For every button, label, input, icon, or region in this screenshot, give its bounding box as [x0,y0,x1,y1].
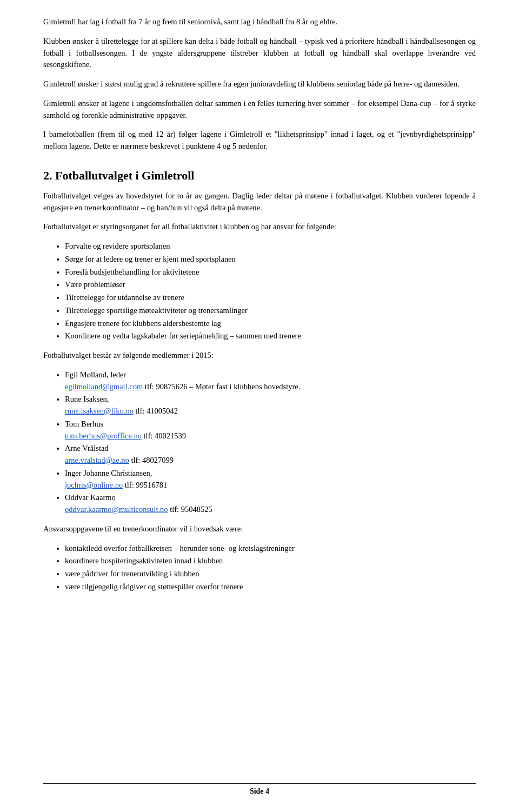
member-email[interactable]: tom.berhus@proffice.no [65,431,142,440]
member-name: Oddvar Kaarmo [65,493,116,502]
paragraph-3: Gimletroll ønsker i størst mulig grad å … [43,78,476,90]
member-email[interactable]: jochris@online.no [65,481,123,489]
list-item: Inger Johanne Christiansen,jochris@onlin… [65,468,476,491]
list-item: Sørge for at ledere og trener er kjent m… [65,254,476,265]
list-item: koordinere hospiteringsaktiviteten innad… [65,555,476,567]
page-number: Side 4 [250,787,269,796]
member-name: Rune Isaksen, [65,395,109,403]
member-phone: tlf: 90875626 – Møter fast i klubbens ho… [143,382,300,391]
list-item: Tom Berhustom.berhus@proffice.no tlf: 40… [65,418,476,442]
paragraph-1: Gimletroll har lag i fotball fra 7 år og… [43,16,476,28]
list-item: Foreslå budsjettbehandling for aktivitet… [65,267,476,278]
member-name: Arne Vrålstad [65,444,109,452]
list-item: Tilrettelegge sportslige møteaktiviteter… [65,305,476,317]
member-email[interactable]: egilmolland@gmail.com [65,382,143,391]
list-item: kontaktledd overfor fotballkretsen – her… [65,543,476,555]
member-name: Inger Johanne Christiansen, [65,469,152,477]
section2-intro2: Fotballutvalget er styringsorganet for a… [43,221,476,233]
members-intro: Fotballutvalget består av følgende medle… [43,350,476,362]
list-item: Arne Vrålstadarne.vralstad@ae.no tlf: 48… [65,443,476,467]
member-name: Tom Berhus [65,420,103,428]
section-title: Fotballutvalget i Gimletroll [55,169,194,182]
member-phone: tlf: 95048525 [168,505,212,514]
member-email[interactable]: oddvar.kaarmo@multiconsult.no [65,505,168,514]
paragraph-5: I barnefotballen (frem til og med 12 år)… [43,129,476,152]
coordinator-tasks-list: kontaktledd overfor fotballkretsen – her… [65,543,476,593]
member-email[interactable]: rune.isaksen@fiko.no [65,407,134,415]
section2-intro1: Fotballutvalget velges av hovedstyret fo… [43,190,476,214]
section-number: 2. [43,169,52,182]
list-item: Være problemløser [65,279,476,291]
list-item: Egil Mølland, lederegilmolland@gmail.com… [65,369,476,393]
member-email[interactable]: arne.vralstad@ae.no [65,456,129,464]
member-phone: tlf: 41005042 [134,407,178,415]
list-item: Tilrettelegge for utdannelse av trenere [65,292,476,304]
members-list: Egil Mølland, lederegilmolland@gmail.com… [65,369,476,516]
list-item: Oddvar Kaarmooddvar.kaarmo@multiconsult.… [65,492,476,516]
member-phone: tlf: 48027099 [129,456,174,464]
footer-line [43,783,476,784]
member-name: Egil Mølland, leder [65,370,126,379]
list-item: være pådriver for trenerutvikling i klub… [65,568,476,580]
member-phone: tlf: 40021539 [142,431,186,440]
list-item: Engasjere trenere for klubbens aldersbes… [65,318,476,330]
responsibilities-list: Forvalte og revidere sportsplanenSørge f… [65,241,476,342]
paragraph-4: Gimletroll ønsker at lagene i ungdomsfot… [43,98,476,122]
coordinator-intro: Ansvarsoppgavene til en trenerkoordinato… [43,523,476,535]
list-item: Forvalte og revidere sportsplanen [65,241,476,252]
member-phone: tlf: 99516781 [123,481,167,489]
list-item: Koordinere og vedta lagskabaler før seri… [65,330,476,342]
page-container: Gimletroll har lag i fotball fra 7 år og… [0,0,519,812]
paragraph-2: Klubben ønsker å tilrettelegge for at sp… [43,36,476,71]
section-2-heading: 2. Fotballutvalget i Gimletroll [43,169,476,183]
list-item: være tilgjengelig rådgiver og støttespil… [65,581,476,593]
list-item: Rune Isaksen,rune.isaksen@fiko.no tlf: 4… [65,394,476,417]
footer: Side 4 [0,783,519,796]
